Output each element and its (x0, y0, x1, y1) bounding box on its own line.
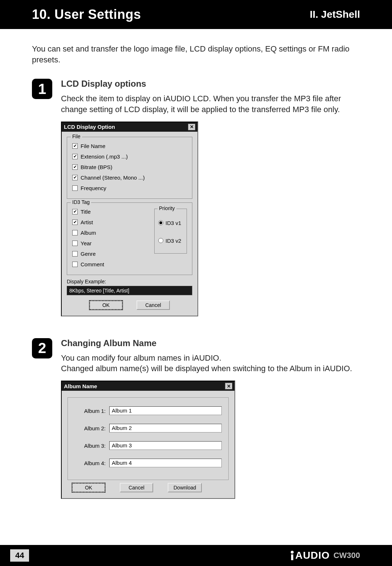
chk-frequency[interactable] (72, 185, 78, 191)
album-label-3: Album 3: (74, 443, 106, 449)
cancel-button[interactable]: Cancel (136, 300, 170, 310)
brand-text: AUDIO (295, 550, 330, 561)
lcd-display-dialog: LCD Display Option ✕ File File Name Exte… (61, 122, 198, 316)
page-footer: 44 AUDIO CW300 (0, 545, 392, 566)
chk-title[interactable] (72, 209, 78, 214)
chk-comment[interactable] (72, 262, 78, 267)
ok-button[interactable]: OK (72, 483, 105, 492)
brand: AUDIO CW300 (291, 550, 360, 561)
chk-label: Title (81, 209, 91, 215)
chk-label: Artist (81, 219, 93, 225)
dialog-titlebar[interactable]: Album Name ✕ (62, 381, 234, 391)
album-name-dialog: Album Name ✕ Album 1: Album 1 Album 2: A… (61, 381, 235, 499)
album-panel: Album 1: Album 1 Album 2: Album 2 Album … (68, 397, 229, 480)
dialog-title: Album Name (64, 383, 97, 389)
chk-label: Genre (81, 251, 96, 257)
chk-bitrate[interactable] (72, 164, 78, 170)
album-input-3[interactable]: Album 3 (109, 441, 222, 450)
section1-desc: Check the item to display on iAUDIO LCD.… (61, 93, 360, 115)
display-example-value: 8Kbps, Stereo [Title, Artist] (67, 286, 192, 295)
chk-label: Channel (Stereo, Mono ...) (81, 175, 145, 181)
id3-group: ID3 Tag Title Artist Album Year Genre Co… (67, 202, 192, 275)
page-title: 10. User Settings (32, 7, 141, 22)
radio-label: ID3 v1 (166, 220, 181, 226)
radio-id3v1[interactable] (158, 220, 163, 225)
priority-group: Priority ID3 v1 ID3 v2 (154, 209, 187, 254)
breadcrumb: II. JetShell (310, 9, 360, 20)
chk-file-name[interactable] (72, 143, 78, 149)
chk-label: Album (81, 230, 96, 236)
chk-label: Comment (81, 261, 104, 267)
ok-button[interactable]: OK (89, 300, 123, 310)
dialog-titlebar[interactable]: LCD Display Option ✕ (62, 122, 197, 132)
chk-artist[interactable] (72, 220, 78, 225)
section1-title: LCD Display options (61, 79, 360, 89)
logo-icon (291, 551, 294, 560)
file-group-legend: File (71, 134, 82, 139)
id3-group-legend: ID3 Tag (71, 199, 91, 205)
chk-label: File Name (81, 143, 105, 149)
close-icon[interactable]: ✕ (225, 383, 232, 389)
chk-year[interactable] (72, 241, 78, 246)
page-number: 44 (10, 549, 29, 562)
display-example-label: Dispaly Example: (67, 279, 192, 284)
radio-label: ID3 v2 (166, 238, 181, 244)
album-label-1: Album 1: (74, 408, 106, 414)
close-icon[interactable]: ✕ (188, 124, 195, 130)
cancel-button[interactable]: Cancel (120, 483, 153, 492)
chk-label: Extension (.mp3 ...) (81, 153, 128, 160)
album-label-4: Album 4: (74, 460, 106, 466)
album-input-4[interactable]: Album 4 (109, 459, 222, 467)
step-badge-2: 2 (32, 338, 52, 358)
chk-label: Year (81, 240, 91, 246)
chk-genre[interactable] (72, 251, 78, 257)
intro-text: You can set and transfer the logo image … (32, 44, 360, 65)
chk-label: Bitrate (BPS) (81, 164, 113, 170)
section2-title: Changing Album Name (61, 338, 360, 348)
download-button[interactable]: Download (168, 483, 202, 492)
album-input-2[interactable]: Album 2 (109, 424, 222, 432)
chk-album[interactable] (72, 230, 78, 235)
dialog-title: LCD Display Option (64, 124, 115, 130)
album-input-1[interactable]: Album 1 (109, 406, 222, 415)
page-header: 10. User Settings II. JetShell (0, 0, 392, 29)
step-badge-1: 1 (32, 79, 52, 99)
album-label-2: Album 2: (74, 425, 106, 431)
file-group: File File Name Extension (.mp3 ...) Bitr… (67, 137, 192, 199)
model-text: CW300 (334, 551, 360, 560)
priority-legend: Priority (158, 205, 176, 211)
chk-label: Frequency (81, 185, 106, 191)
section2-desc: You can modify four album names in iAUDI… (61, 353, 360, 374)
chk-channel[interactable] (72, 175, 78, 180)
chk-extension[interactable] (72, 154, 78, 159)
radio-id3v2[interactable] (158, 238, 163, 243)
